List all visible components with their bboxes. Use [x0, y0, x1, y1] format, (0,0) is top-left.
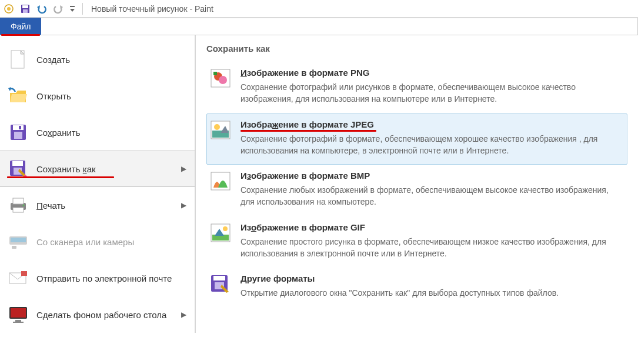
menu-label: Открыть — [36, 91, 71, 101]
svg-rect-8 — [13, 125, 24, 130]
svg-rect-12 — [12, 161, 23, 166]
svg-rect-22 — [21, 271, 27, 276]
svg-rect-26 — [13, 322, 24, 323]
customize-qat-icon[interactable] — [68, 2, 76, 15]
format-text: Изображение в формате PNG Сохранение фот… — [240, 68, 624, 105]
svg-rect-30 — [213, 72, 217, 75]
format-desc: Сохранение простого рисунка в формате, о… — [240, 236, 624, 260]
format-option-jpeg[interactable]: Изображение в формате JPEG Сохранение фо… — [206, 113, 627, 165]
svg-point-33 — [214, 124, 220, 130]
svg-rect-19 — [11, 238, 26, 242]
document-icon — [8, 49, 28, 69]
tab-file-label: Файл — [11, 22, 31, 31]
other-formats-icon — [210, 273, 231, 295]
svg-point-1 — [7, 7, 11, 11]
folder-open-icon — [8, 86, 28, 106]
format-desc: Сохранение фотографий или рисунков в фор… — [240, 81, 624, 105]
annotation-underline — [7, 176, 114, 178]
save-disk-icon — [8, 122, 28, 142]
svg-rect-24 — [11, 308, 26, 318]
format-option-bmp[interactable]: Изображение в формате BMP Сохранение люб… — [206, 165, 627, 216]
format-title: Изображение в формате GIF — [240, 222, 365, 232]
svg-point-29 — [219, 76, 227, 84]
save-as-disk-icon — [8, 159, 28, 179]
format-option-other[interactable]: Другие форматы Открытие диалогового окна… — [206, 268, 627, 307]
format-text: Изображение в формате GIF Сохранение про… — [240, 222, 624, 260]
menu-item-save-as[interactable]: Сохранить как ▶ — [0, 151, 195, 187]
menu-label: Печать — [36, 201, 65, 211]
format-title: Другие форматы — [240, 273, 315, 283]
svg-rect-9 — [14, 132, 22, 139]
file-menu-left: Создать Открыть Сохранить Сохранить как … — [0, 35, 195, 333]
file-menu: Создать Открыть Сохранить Сохранить как … — [0, 35, 638, 333]
menu-label: Сохранить — [36, 128, 81, 138]
save-icon[interactable] — [19, 2, 32, 15]
svg-rect-25 — [15, 320, 21, 322]
ribbon-blank — [41, 18, 638, 35]
menu-label: Со сканера или камеры — [36, 237, 134, 247]
svg-point-17 — [23, 205, 25, 206]
menu-item-create[interactable]: Создать — [0, 41, 195, 78]
svg-rect-39 — [213, 276, 225, 280]
quick-access-toolbar — [2, 2, 85, 15]
chevron-right-icon: ▶ — [181, 165, 186, 173]
window-title: Новый точечный рисунок - Paint — [91, 4, 213, 14]
svg-rect-16 — [13, 208, 24, 212]
redo-icon[interactable] — [52, 2, 65, 15]
separator — [82, 3, 83, 15]
menu-label: Отправить по электронной почте — [36, 273, 172, 283]
format-text: Другие форматы Открытие диалогового окна… — [240, 273, 624, 299]
menu-label: Создать — [36, 55, 70, 65]
menu-item-wallpaper[interactable]: Сделать фоном рабочего стола ▶ — [0, 296, 195, 333]
email-icon — [8, 268, 28, 288]
menu-label: Сделать фоном рабочего стола — [36, 310, 166, 320]
format-desc: Открытие диалогового окна "Сохранить как… — [240, 287, 624, 299]
menu-item-print[interactable]: Печать ▶ — [0, 187, 195, 223]
gif-image-icon — [210, 222, 231, 243]
svg-rect-5 — [70, 6, 75, 7]
new-document-icon[interactable] — [2, 2, 15, 15]
svg-rect-4 — [23, 9, 28, 13]
save-as-submenu: Сохранить как Изображение в формате PNG … — [195, 35, 638, 333]
scanner-icon — [8, 232, 28, 252]
format-title: Изображение в формате PNG — [240, 68, 369, 78]
format-option-png[interactable]: Изображение в формате PNG Сохранение фот… — [206, 62, 627, 113]
menu-item-scanner[interactable]: Со сканера или камеры — [0, 223, 195, 260]
titlebar: Новый точечный рисунок - Paint — [0, 0, 638, 18]
svg-rect-10 — [19, 126, 21, 129]
format-text: Изображение в формате BMP Сохранение люб… — [240, 171, 624, 208]
bmp-image-icon — [210, 171, 231, 192]
format-desc: Сохранение любых изображений в формате, … — [240, 184, 624, 208]
format-title: Изображение в формате BMP — [240, 171, 370, 181]
tab-file[interactable]: Файл — [0, 18, 41, 35]
undo-icon[interactable] — [35, 2, 48, 15]
svg-rect-20 — [12, 246, 16, 249]
menu-item-save[interactable]: Сохранить — [0, 114, 195, 151]
format-text: Изображение в формате JPEG Сохранение фо… — [240, 119, 624, 157]
png-image-icon — [210, 68, 231, 89]
svg-rect-15 — [13, 198, 24, 204]
format-option-gif[interactable]: Изображение в формате GIF Сохранение про… — [206, 216, 627, 268]
format-title: Изображение в формате JPEG — [240, 119, 374, 129]
svg-point-37 — [223, 226, 228, 231]
jpeg-image-icon — [210, 119, 231, 141]
chevron-right-icon: ▶ — [181, 201, 186, 209]
menu-label: Сохранить как — [36, 164, 96, 174]
ribbon-tabs: Файл — [0, 18, 638, 35]
chevron-right-icon: ▶ — [181, 310, 186, 319]
menu-item-open[interactable]: Открыть — [0, 78, 195, 114]
format-desc: Сохранение фотографий в формате, обеспеч… — [240, 133, 624, 157]
monitor-icon — [8, 305, 28, 325]
submenu-title: Сохранить как — [206, 44, 627, 54]
menu-item-email[interactable]: Отправить по электронной почте — [0, 260, 195, 296]
svg-rect-3 — [22, 5, 28, 8]
printer-icon — [8, 195, 28, 215]
annotation-underline — [240, 130, 376, 132]
